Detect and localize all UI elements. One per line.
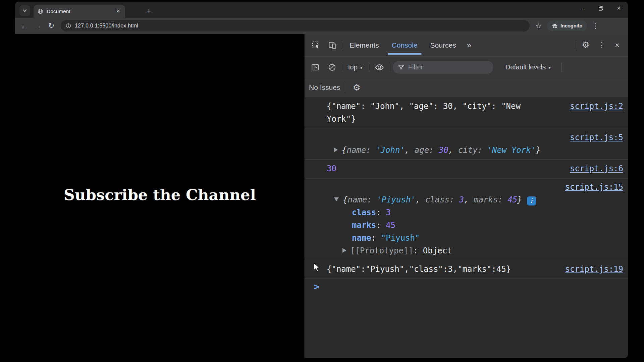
browser-menu-icon[interactable]: ⋮ <box>590 20 600 32</box>
devtools-controls: ⚙ ⋮ × <box>576 40 625 50</box>
console-line: {name: 'Piyush', class: 3, marks: 45}i <box>305 193 565 206</box>
screen: Document × + – × ← → ↻ <box>0 0 644 362</box>
chevron-down-icon: ▾ <box>360 65 363 70</box>
console-source-link[interactable]: script.js:5 <box>570 131 628 144</box>
console-entry: {name: 'Piyush', class: 3, marks: 45}icl… <box>305 178 628 260</box>
tab-elements[interactable]: Elements <box>344 34 384 56</box>
console-entry: 30script.js:6 <box>305 160 628 178</box>
separator <box>576 41 576 50</box>
tab-sources[interactable]: Sources <box>425 34 462 56</box>
console-line <box>305 181 565 193</box>
incognito-icon <box>552 23 558 29</box>
separator <box>342 63 342 72</box>
url-text[interactable]: 127.0.0.1:5500/index.html <box>75 23 138 29</box>
levels-label: Default levels <box>505 63 546 71</box>
context-label: top <box>348 63 358 71</box>
console-prompt[interactable]: > <box>305 279 628 292</box>
console-line: 30 <box>305 162 570 175</box>
execution-context-dropdown[interactable]: top ▾ <box>345 63 366 71</box>
device-toolbar-button[interactable] <box>325 41 340 50</box>
incognito-badge: Incognito <box>547 20 587 31</box>
inspect-element-button[interactable] <box>308 41 323 50</box>
separator <box>345 83 345 92</box>
close-window-button[interactable]: × <box>610 2 628 15</box>
expand-toggle-icon[interactable] <box>334 147 338 152</box>
console-line: [[Prototype]]: Object <box>305 244 565 257</box>
filter-placeholder: Filter <box>408 63 423 71</box>
restore-icon <box>598 6 603 11</box>
console-line: class: 3 <box>305 206 565 219</box>
browser-toolbar: ← → ↻ 127.0.0.1:5500/index.html ☆ <box>15 18 628 34</box>
issues-bar: No Issues ⚙ <box>305 78 628 97</box>
filter-input[interactable]: Filter <box>393 61 493 74</box>
console-toolbar: top ▾ Filter <box>305 57 628 78</box>
console-line: name: "Piyush" <box>305 232 565 244</box>
expand-toggle-icon[interactable] <box>342 248 346 253</box>
content-area: Subscribe the Channel <box>15 34 628 358</box>
devtools-tab-bar: Elements Console Sources » ⚙ ⋮ × <box>305 34 628 57</box>
console-entry: {"name":"Piyush","class":3,"marks":45}sc… <box>305 260 628 279</box>
console-entry: {"name": "John", "age": 30, "city": "New… <box>305 97 628 128</box>
site-info-icon[interactable] <box>65 23 71 29</box>
browser-window: Document × + – × ← → ↻ <box>15 2 628 358</box>
separator <box>561 63 562 72</box>
devtools-panel: Elements Console Sources » ⚙ ⋮ × <box>305 34 628 358</box>
console-line: marks: 45 <box>305 219 565 232</box>
console-entry: {name: 'John', age: 30, city: 'New York'… <box>305 128 628 160</box>
sidebar-panel-icon <box>311 63 320 72</box>
clear-console-button[interactable] <box>325 63 339 72</box>
separator <box>390 63 390 72</box>
chevron-down-icon: ▾ <box>548 65 551 70</box>
log-levels-dropdown[interactable]: Default levels ▾ <box>502 63 554 71</box>
tab-strip: Document × + – × <box>15 2 628 18</box>
browser-tab-document[interactable]: Document × <box>34 5 125 18</box>
eye-icon <box>375 63 384 72</box>
page-viewport: Subscribe the Channel <box>15 34 305 358</box>
more-tabs-icon[interactable]: » <box>464 41 475 50</box>
live-expression-button[interactable] <box>372 63 387 72</box>
tab-search-button[interactable] <box>19 5 30 16</box>
tab-title: Document <box>47 8 111 14</box>
incognito-label: Incognito <box>560 23 582 28</box>
window-controls: – × <box>574 2 628 15</box>
device-toolbar-icon <box>328 41 337 50</box>
console-sidebar-toggle-button[interactable] <box>308 63 322 72</box>
console-line: {"name": "John", "age": 30, "city": "New… <box>305 100 570 125</box>
issues-count-label[interactable]: No Issues <box>309 83 340 92</box>
mouse-cursor <box>313 263 322 273</box>
back-button[interactable]: ← <box>18 20 31 32</box>
separator <box>342 41 342 50</box>
page-heading: Subscribe the Channel <box>64 186 256 206</box>
console-settings-gear-icon[interactable]: ⚙ <box>350 82 363 93</box>
settings-gear-icon[interactable]: ⚙ <box>578 40 594 50</box>
new-tab-button[interactable]: + <box>144 6 154 16</box>
tab-console[interactable]: Console <box>386 34 423 56</box>
console-line: {"name":"Piyush","class":3,"marks":45} <box>305 263 565 276</box>
globe-favicon-icon <box>38 8 43 14</box>
console-source-link[interactable]: script.js:19 <box>565 263 628 276</box>
console-source-link[interactable]: script.js:15 <box>565 181 628 193</box>
address-bar[interactable]: 127.0.0.1:5500/index.html <box>61 20 530 32</box>
funnel-filter-icon <box>397 64 405 71</box>
tab-close-icon[interactable]: × <box>114 8 121 15</box>
close-devtools-icon[interactable]: × <box>610 41 625 50</box>
reload-button[interactable]: ↻ <box>45 20 57 32</box>
forward-button[interactable]: → <box>32 20 44 32</box>
console-source-link[interactable]: script.js:6 <box>570 162 628 175</box>
console-line: {name: 'John', age: 30, city: 'New York'… <box>305 144 570 157</box>
minimize-button[interactable]: – <box>574 2 592 15</box>
separator <box>369 63 369 72</box>
collapse-toggle-icon[interactable] <box>334 197 339 201</box>
console-output: {"name": "John", "age": 30, "city": "New… <box>305 97 628 358</box>
restore-button[interactable] <box>592 2 610 15</box>
console-source-link[interactable]: script.js:2 <box>570 100 628 113</box>
chevron-down-icon <box>22 8 28 13</box>
inspect-cursor-icon <box>311 41 320 50</box>
clear-circle-slash-icon <box>328 63 336 72</box>
devtools-menu-icon[interactable]: ⋮ <box>595 41 608 50</box>
info-icon[interactable]: i <box>527 196 536 205</box>
console-line <box>305 131 570 144</box>
bookmark-star-icon[interactable]: ☆ <box>532 20 544 32</box>
